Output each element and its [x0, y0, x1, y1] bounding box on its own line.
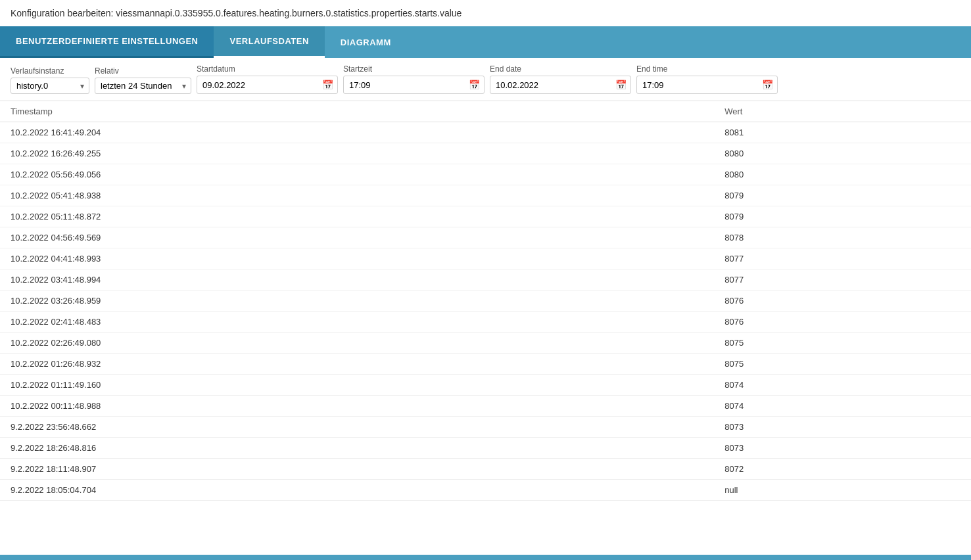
enddate-calendar-icon[interactable]: 📅: [611, 76, 630, 93]
table-row: 10.2.2022 05:11:48.8728079: [0, 206, 971, 227]
table-row: 10.2.2022 02:26:49.0808075: [0, 333, 971, 354]
verlaufsinstanz-select-wrapper[interactable]: history.0: [11, 78, 89, 94]
cell-timestamp: 10.2.2022 16:26:49.255: [0, 143, 714, 164]
cell-timestamp: 10.2.2022 01:11:49.160: [0, 375, 714, 396]
startdatum-group: Startdatum 📅: [197, 64, 338, 94]
cell-timestamp: 10.2.2022 04:56:49.569: [0, 227, 714, 248]
tab-custom-settings[interactable]: BENUTZERDEFINIERTE EINSTELLUNGEN: [0, 26, 214, 58]
cell-wert: 8076: [714, 291, 971, 312]
table-header: Timestamp Wert: [0, 101, 971, 122]
cell-timestamp: 9.2.2022 18:05:04.704: [0, 480, 714, 501]
tab-diagram[interactable]: DIAGRAMM: [325, 26, 407, 58]
cell-wert: 8078: [714, 227, 971, 248]
endtime-label: End time: [636, 64, 778, 74]
endtime-calendar-icon[interactable]: 📅: [758, 76, 777, 93]
cell-timestamp: 10.2.2022 04:41:48.993: [0, 248, 714, 269]
cell-timestamp: 9.2.2022 23:56:48.662: [0, 417, 714, 438]
table-row: 10.2.2022 04:56:49.5698078: [0, 227, 971, 248]
cell-timestamp: 10.2.2022 00:11:48.988: [0, 396, 714, 417]
table-row: 10.2.2022 01:26:48.9328075: [0, 354, 971, 375]
data-table: Timestamp Wert 10.2.2022 16:41:49.204808…: [0, 101, 971, 501]
enddate-group: End date 📅: [490, 64, 631, 94]
cell-wert: 8081: [714, 122, 971, 143]
table-header-row: Timestamp Wert: [0, 101, 971, 122]
table-row: 10.2.2022 16:26:49.2558080: [0, 143, 971, 164]
table-row: 10.2.2022 01:11:49.1608074: [0, 375, 971, 396]
cell-wert: 8080: [714, 164, 971, 185]
startzeit-field-row: 📅: [343, 76, 485, 94]
cell-timestamp: 10.2.2022 05:41:48.938: [0, 185, 714, 206]
cell-wert: 8074: [714, 375, 971, 396]
cell-wert: 8075: [714, 333, 971, 354]
relativ-group: Relativ letzten 24 Stunden letzten 7 Tag…: [95, 66, 191, 94]
cell-wert: 8074: [714, 396, 971, 417]
verlaufsinstanz-select[interactable]: history.0: [11, 78, 89, 94]
table-row: 9.2.2022 23:56:48.6628073: [0, 417, 971, 438]
endtime-input[interactable]: [637, 77, 758, 93]
cell-wert: 8077: [714, 269, 971, 291]
startdatum-calendar-icon[interactable]: 📅: [318, 76, 337, 93]
cell-timestamp: 10.2.2022 05:56:49.056: [0, 164, 714, 185]
cell-wert: 8077: [714, 248, 971, 269]
cell-wert: 8073: [714, 417, 971, 438]
relativ-select-wrapper[interactable]: letzten 24 Stunden letzten 7 Tage letzte…: [95, 78, 191, 94]
cell-wert: 8075: [714, 354, 971, 375]
col-timestamp: Timestamp: [0, 101, 714, 122]
table-row: 10.2.2022 00:11:48.9888074: [0, 396, 971, 417]
cell-wert: 8079: [714, 185, 971, 206]
cell-timestamp: 10.2.2022 01:26:48.932: [0, 354, 714, 375]
table-row: 9.2.2022 18:11:48.9078072: [0, 459, 971, 480]
startdatum-input[interactable]: [197, 77, 318, 93]
table-row: 10.2.2022 03:41:48.9948077: [0, 269, 971, 291]
tab-bar: BENUTZERDEFINIERTE EINSTELLUNGEN VERLAUF…: [0, 26, 971, 58]
endtime-field-row: 📅: [636, 76, 778, 94]
startzeit-calendar-icon[interactable]: 📅: [465, 76, 484, 93]
relativ-label: Relativ: [95, 66, 191, 76]
controls-section: Verlaufsinstanz history.0 Relativ letzte…: [0, 58, 971, 101]
table-row: 10.2.2022 02:41:48.4838076: [0, 312, 971, 333]
cell-wert: 8073: [714, 438, 971, 459]
cell-timestamp: 10.2.2022 02:41:48.483: [0, 312, 714, 333]
cell-timestamp: 10.2.2022 05:11:48.872: [0, 206, 714, 227]
startdatum-field-row: 📅: [197, 76, 338, 94]
verlaufsinstanz-label: Verlaufsinstanz: [11, 66, 89, 76]
table-row: 10.2.2022 16:41:49.2048081: [0, 122, 971, 143]
cell-timestamp: 10.2.2022 03:41:48.994: [0, 269, 714, 291]
verlaufsinstanz-group: Verlaufsinstanz history.0: [11, 66, 89, 94]
cell-wert: 8076: [714, 312, 971, 333]
endtime-group: End time 📅: [636, 64, 778, 94]
cell-wert: 8079: [714, 206, 971, 227]
table-row: 10.2.2022 05:41:48.9388079: [0, 185, 971, 206]
table-row: 10.2.2022 05:56:49.0568080: [0, 164, 971, 185]
cell-timestamp: 9.2.2022 18:11:48.907: [0, 459, 714, 480]
startdatum-label: Startdatum: [197, 64, 338, 74]
col-wert: Wert: [714, 101, 971, 122]
enddate-input[interactable]: [490, 77, 611, 93]
tab-history-data[interactable]: VERLAUFSDATEN: [214, 26, 324, 58]
startzeit-group: Startzeit 📅: [343, 64, 485, 94]
page-title: Konfiguration bearbeiten: viessmannapi.0…: [0, 0, 971, 26]
relativ-select[interactable]: letzten 24 Stunden letzten 7 Tage letzte…: [95, 78, 191, 94]
cell-timestamp: 10.2.2022 16:41:49.204: [0, 122, 714, 143]
table-body: 10.2.2022 16:41:49.204808110.2.2022 16:2…: [0, 122, 971, 501]
cell-wert: 8072: [714, 459, 971, 480]
table-row: 10.2.2022 03:26:48.9598076: [0, 291, 971, 312]
cell-timestamp: 10.2.2022 02:26:49.080: [0, 333, 714, 354]
startzeit-input[interactable]: [344, 77, 465, 93]
cell-wert: null: [714, 480, 971, 501]
table-row: 9.2.2022 18:05:04.704null: [0, 480, 971, 501]
table-row: 10.2.2022 04:41:48.9938077: [0, 248, 971, 269]
cell-timestamp: 9.2.2022 18:26:48.816: [0, 438, 714, 459]
enddate-label: End date: [490, 64, 631, 74]
cell-timestamp: 10.2.2022 03:26:48.959: [0, 291, 714, 312]
enddate-field-row: 📅: [490, 76, 631, 94]
cell-wert: 8080: [714, 143, 971, 164]
table-row: 9.2.2022 18:26:48.8168073: [0, 438, 971, 459]
startzeit-label: Startzeit: [343, 64, 485, 74]
